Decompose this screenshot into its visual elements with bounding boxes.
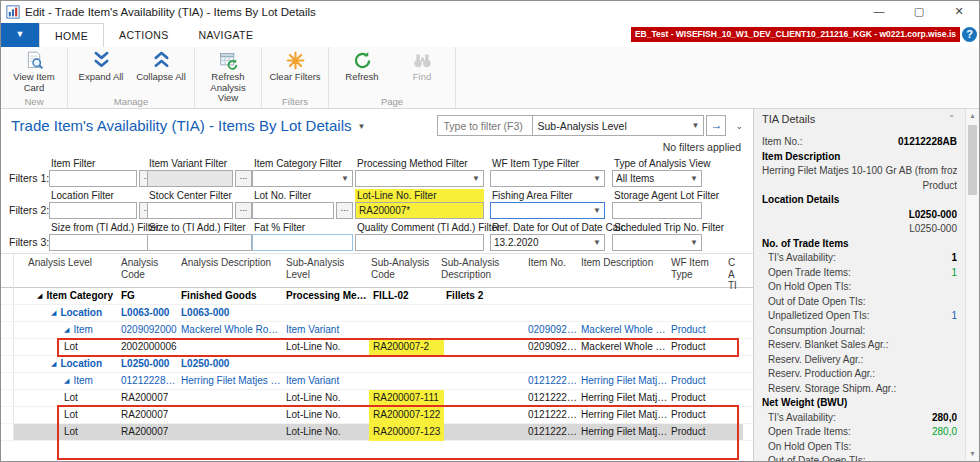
maximize-button[interactable]: ▢: [899, 1, 939, 23]
chevron-down-icon: ▼: [692, 121, 700, 130]
apply-filter-button[interactable]: →: [706, 115, 726, 136]
input-quality-comment-ti-add-filter[interactable]: [355, 234, 484, 251]
cell-analysis-description: Herring Filet Matjes 10-10...: [181, 373, 283, 390]
tab-actions[interactable]: ACTIONS: [104, 23, 183, 47]
filter-search-box: Sub-Analysis Level▼: [437, 115, 704, 136]
filter-label: Ref. Date for Out of Date Calc.: [492, 222, 628, 233]
cell-wf-item-type: [671, 305, 725, 322]
input-location-filter[interactable]: [49, 202, 137, 219]
input-stock-center-filter[interactable]: [147, 202, 233, 219]
cell-sub-analysis-description: Fillets 2: [446, 288, 524, 305]
ribbon-groups: View Item CardNewExpand AllCollapse AllM…: [1, 47, 979, 108]
search-input[interactable]: [438, 116, 532, 135]
filter-field-quality-comment-ti-add-filter: Quality Comment (TI Add.) Filter: [355, 221, 484, 251]
input-fat-filter[interactable]: [252, 234, 353, 251]
button-view-item-card[interactable]: View Item Card: [5, 49, 63, 94]
column-header-sub-analysis-description[interactable]: Sub-Analysis Description: [441, 257, 521, 280]
app-chart-icon: [6, 5, 20, 19]
grid-row-ra200007-123[interactable]: LotRA200007Lot-Line No.RA200007-12301212…: [1, 424, 753, 441]
factbox-row-label: Open Trade Items:: [768, 426, 851, 441]
combo-scheduled-trip-no-filter[interactable]: ▼: [612, 234, 702, 251]
factbox-row-label: Unpalletized Open TIs:: [768, 310, 870, 325]
filter-row-2: Filters 2:Location Filter...Stock Center…: [1, 189, 753, 219]
button-collapse-all[interactable]: Collapse All: [132, 49, 190, 84]
assist-edit-button[interactable]: ...: [235, 202, 252, 219]
input-item-filter[interactable]: [49, 170, 137, 187]
column-header-item-description[interactable]: Item Description: [581, 257, 667, 269]
input-item-variant-filter[interactable]: [147, 170, 233, 187]
grid-row-fill-02[interactable]: ◢Item CategoryFGFinished GoodsProcessing…: [1, 288, 753, 305]
column-header-sub-analysis-level[interactable]: Sub-Analysis Level: [286, 257, 366, 280]
button-label: Refresh Analysis View: [200, 72, 256, 104]
grid-row-location-1[interactable]: ◢LocationL0063-000L0063-000: [1, 305, 753, 322]
combo-wf-item-type-filter[interactable]: ▼: [490, 170, 605, 187]
grid-row-ra200007-111[interactable]: LotRA200007Lot-Line No.RA200007-11101212…: [1, 390, 753, 407]
combo-type-of-analysis-view[interactable]: All Items▼: [612, 170, 702, 187]
application-menu-button[interactable]: ▼: [1, 23, 39, 47]
input-size-to-ti-add-filter[interactable]: [147, 234, 252, 251]
factbox-row-label: Reserv. Delivery Agr.:: [768, 354, 863, 369]
column-header-c-a-ti[interactable]: C A TI: [728, 257, 743, 292]
factbox-scrollbar[interactable]: ▲ ▼: [965, 109, 979, 461]
close-button[interactable]: ✕: [939, 1, 979, 23]
ribbon-group-page: RefreshFindPage: [329, 47, 456, 108]
combo-ref-date-for-out-of-date-calc[interactable]: 13.2.2020▼: [490, 234, 605, 251]
combo-fishing-area-filter[interactable]: ▼: [490, 202, 605, 219]
scroll-up-icon[interactable]: ▲: [966, 109, 979, 123]
factbox-row-label: TI's Availability:: [768, 252, 836, 267]
column-header-sub-analysis-code[interactable]: Sub-Analysis Code: [371, 257, 437, 280]
input-storage-agent-lot-filter[interactable]: [612, 202, 702, 219]
input-lot-line-no-filter[interactable]: RA200007*: [355, 202, 484, 219]
cell-wf-item-type: Product: [671, 390, 725, 407]
help-icon[interactable]: ?: [962, 27, 977, 42]
combo-item-category-filter[interactable]: ▼: [252, 170, 353, 187]
level-label: Location: [60, 307, 102, 318]
button-refresh-analysis-view[interactable]: Refresh Analysis View: [199, 49, 257, 105]
grid-row-ra200007-2[interactable]: Lot2002000006Lot-Line No.RA200007-202090…: [1, 339, 753, 356]
cell-analysis-level: ◢Item Category: [37, 288, 127, 305]
combo-processing-method-filter[interactable]: ▼: [355, 170, 484, 187]
button-clear-filters[interactable]: Clear Filters: [266, 49, 324, 84]
chevron-up-icon[interactable]: ⌃: [948, 114, 955, 123]
factbox-row-label: Reserv. Blanket Sales Agr.:: [768, 339, 888, 354]
input-lot-no-filter[interactable]: [252, 202, 334, 219]
scrollbar-thumb[interactable]: [968, 125, 977, 195]
button-refresh[interactable]: Refresh: [333, 49, 391, 84]
column-header-analysis-code[interactable]: Analysis Code: [121, 257, 173, 280]
app-window: Edit - Trade Item's Availability (TIA) -…: [0, 0, 980, 462]
factbox-location-name: L0250-000: [762, 223, 957, 238]
grid-row-location-4[interactable]: ◢LocationL0250-000L0250-000: [1, 356, 753, 373]
scroll-down-icon[interactable]: ▼: [966, 447, 979, 461]
input-size-from-ti-add-filter[interactable]: [49, 234, 156, 251]
tab-navigate[interactable]: NAVIGATE: [184, 23, 269, 47]
grid-row-item-5[interactable]: ◢Item01212228ABHerring Filet Matjes 10-1…: [1, 373, 753, 390]
assist-edit-button[interactable]: ...: [336, 202, 353, 219]
tia-details-factbox: TIA Details⌃ Item No.: 01212228AB Item D…: [754, 109, 965, 461]
column-header-item-no[interactable]: Item No.: [528, 257, 578, 269]
cell-sub-analysis-code: [369, 373, 444, 390]
filter-field-storage-agent-lot-filter: Storage Agent Lot Filter: [612, 189, 702, 219]
column-header-analysis-level[interactable]: Analysis Level: [28, 257, 118, 269]
chevron-down-icon: ▼: [593, 238, 601, 247]
assist-edit-button[interactable]: ...: [235, 170, 252, 187]
ribbon-group-process: Refresh Analysis ViewProcess: [195, 47, 262, 108]
tab-home[interactable]: HOME: [39, 23, 104, 47]
ribbon-group-label: Manage: [72, 95, 190, 107]
factbox-row-label: Reserv. Storage Shipm. Agr.:: [768, 383, 896, 398]
column-header-analysis-description[interactable]: Analysis Description: [181, 257, 281, 269]
cell-sub-analysis-code: [369, 322, 444, 339]
collapse-filter-pane-icon[interactable]: ⌄: [735, 121, 743, 131]
page-title-caret-icon[interactable]: ▼: [357, 122, 365, 131]
filter-field-size-to-ti-add-filter: Size to (TI Add.) Filter: [147, 221, 252, 251]
grid-row-item-2[interactable]: ◢Item0209092000Mackerel Whole Round Fr..…: [1, 322, 753, 339]
minimize-button[interactable]: —: [859, 1, 899, 23]
filter-field-fishing-area-filter: Fishing Area Filter▼: [490, 189, 605, 219]
expand-triangle-icon: ◢: [64, 377, 69, 384]
column-header-wf-item-type[interactable]: WF Item Type: [671, 257, 725, 280]
cell-sub-analysis-level: Lot-Line No.: [286, 390, 368, 407]
button-expand-all[interactable]: Expand All: [72, 49, 130, 84]
factbox-row-ti-s-availability: TI's Availability:1: [762, 252, 957, 267]
cell-sub-analysis-level: Lot-Line No.: [286, 407, 368, 424]
search-scope-dropdown[interactable]: Sub-Analysis Level▼: [533, 116, 703, 135]
grid-row-ra200007-122[interactable]: LotRA200007Lot-Line No.RA200007-12201212…: [1, 407, 753, 424]
